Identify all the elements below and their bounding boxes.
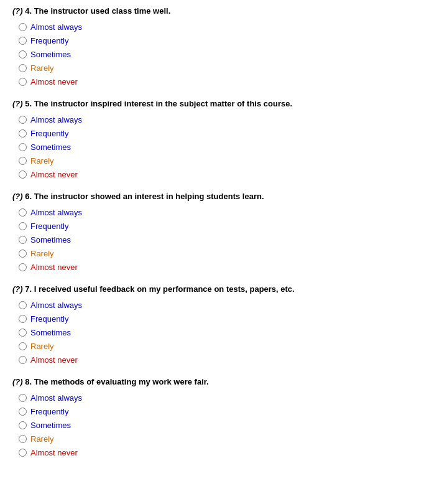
option-label-frequently: Frequently [30, 314, 68, 324]
radio-q5-frequently[interactable] [19, 129, 27, 138]
options-list-q4: Almost alwaysFrequentlySometimesRarelyAl… [12, 21, 430, 88]
options-list-q5: Almost alwaysFrequentlySometimesRarelyAl… [12, 113, 430, 180]
radio-q8-almost_never[interactable] [19, 449, 27, 457]
option-item-sometimes: Sometimes [19, 48, 430, 60]
question-label-q4: (?) 4. The instructor used class time we… [12, 6, 430, 16]
radio-q7-almost_always[interactable] [19, 301, 27, 309]
option-label-rarely: Rarely [30, 156, 54, 166]
options-list-q6: Almost alwaysFrequentlySometimesRarelyAl… [12, 206, 430, 273]
option-item-frequently: Frequently [19, 312, 430, 325]
question-block-q7: (?) 7. I received useful feedback on my … [12, 284, 430, 366]
question-label-q6: (?) 6. The instructor showed an interest… [12, 192, 430, 201]
radio-q6-frequently[interactable] [19, 222, 27, 230]
radio-q4-sometimes[interactable] [19, 50, 27, 58]
radio-q4-almost_always[interactable] [19, 23, 27, 31]
question-label-q7: (?) 7. I received useful feedback on my … [12, 284, 430, 294]
option-label-almost_always: Almost always [30, 301, 82, 310]
option-label-rarely: Rarely [30, 63, 54, 73]
option-item-rarely: Rarely [19, 247, 430, 259]
option-item-frequently: Frequently [19, 34, 430, 47]
radio-q7-sometimes[interactable] [19, 329, 27, 337]
radio-q7-almost_never[interactable] [19, 356, 27, 364]
radio-q5-rarely[interactable] [19, 157, 27, 165]
question-block-q5: (?) 5. The instructor inspired interest … [12, 99, 430, 180]
option-label-frequently: Frequently [30, 407, 68, 416]
radio-q8-frequently[interactable] [19, 408, 27, 416]
question-block-q6: (?) 6. The instructor showed an interest… [12, 192, 430, 273]
option-label-almost_never: Almost never [30, 355, 78, 365]
radio-q5-almost_never[interactable] [19, 170, 27, 179]
option-label-frequently: Frequently [30, 36, 68, 45]
radio-q4-rarely[interactable] [19, 64, 27, 72]
question-marker: (?) [12, 377, 23, 386]
option-item-frequently: Frequently [19, 220, 430, 232]
option-label-frequently: Frequently [30, 222, 68, 231]
option-label-almost_never: Almost never [30, 170, 78, 179]
survey-container: (?) 4. The instructor used class time we… [12, 6, 430, 459]
option-item-almost_never: Almost never [19, 75, 430, 88]
options-list-q7: Almost alwaysFrequentlySometimesRarelyAl… [12, 299, 430, 366]
question-marker: (?) [12, 284, 23, 294]
radio-q6-almost_never[interactable] [19, 263, 27, 271]
radio-q6-rarely[interactable] [19, 250, 27, 258]
radio-q8-sometimes[interactable] [19, 421, 27, 429]
option-label-almost_never: Almost never [30, 448, 78, 457]
option-label-sometimes: Sometimes [30, 142, 71, 152]
radio-q8-rarely[interactable] [19, 435, 27, 443]
question-block-q8: (?) 8. The methods of evaluating my work… [12, 377, 430, 459]
radio-q4-almost_never[interactable] [19, 78, 27, 86]
radio-q6-sometimes[interactable] [19, 236, 27, 244]
option-item-frequently: Frequently [19, 405, 430, 418]
option-label-almost_always: Almost always [30, 115, 82, 124]
option-item-sometimes: Sometimes [19, 326, 430, 338]
radio-q8-almost_always[interactable] [19, 394, 27, 402]
radio-q7-rarely[interactable] [19, 342, 27, 350]
option-item-almost_never: Almost never [19, 353, 430, 366]
option-label-almost_never: Almost never [30, 77, 78, 86]
option-label-almost_always: Almost always [30, 208, 82, 217]
option-item-rarely: Rarely [19, 432, 430, 445]
option-item-sometimes: Sometimes [19, 141, 430, 153]
question-label-q5: (?) 5. The instructor inspired interest … [12, 99, 430, 108]
option-item-almost_always: Almost always [19, 206, 430, 218]
option-item-almost_always: Almost always [19, 299, 430, 311]
option-label-sometimes: Sometimes [30, 328, 71, 337]
option-item-almost_never: Almost never [19, 261, 430, 273]
radio-q6-almost_always[interactable] [19, 208, 27, 217]
option-label-rarely: Rarely [30, 342, 54, 351]
option-label-rarely: Rarely [30, 434, 54, 444]
question-marker: (?) [12, 6, 23, 16]
radio-q4-frequently[interactable] [19, 37, 27, 45]
option-label-sometimes: Sometimes [30, 235, 71, 245]
radio-q5-sometimes[interactable] [19, 143, 27, 151]
option-label-sometimes: Sometimes [30, 421, 71, 430]
option-item-almost_always: Almost always [19, 391, 430, 404]
option-label-almost_never: Almost never [30, 263, 78, 272]
option-item-rarely: Rarely [19, 154, 430, 167]
option-label-sometimes: Sometimes [30, 50, 71, 59]
question-label-q8: (?) 8. The methods of evaluating my work… [12, 377, 430, 386]
option-item-rarely: Rarely [19, 62, 430, 74]
question-marker: (?) [12, 192, 23, 201]
option-item-frequently: Frequently [19, 127, 430, 139]
question-block-q4: (?) 4. The instructor used class time we… [12, 6, 430, 88]
option-label-almost_always: Almost always [30, 22, 82, 32]
radio-q7-frequently[interactable] [19, 315, 27, 323]
option-label-almost_always: Almost always [30, 393, 82, 403]
question-marker: (?) [12, 99, 23, 108]
option-item-sometimes: Sometimes [19, 419, 430, 431]
option-item-sometimes: Sometimes [19, 233, 430, 246]
option-item-almost_always: Almost always [19, 21, 430, 33]
option-item-almost_never: Almost never [19, 446, 430, 459]
radio-q5-almost_always[interactable] [19, 116, 27, 124]
options-list-q8: Almost alwaysFrequentlySometimesRarelyAl… [12, 391, 430, 459]
option-item-almost_always: Almost always [19, 113, 430, 126]
option-label-frequently: Frequently [30, 129, 68, 138]
option-label-rarely: Rarely [30, 249, 54, 258]
option-item-almost_never: Almost never [19, 168, 430, 180]
option-item-rarely: Rarely [19, 340, 430, 352]
